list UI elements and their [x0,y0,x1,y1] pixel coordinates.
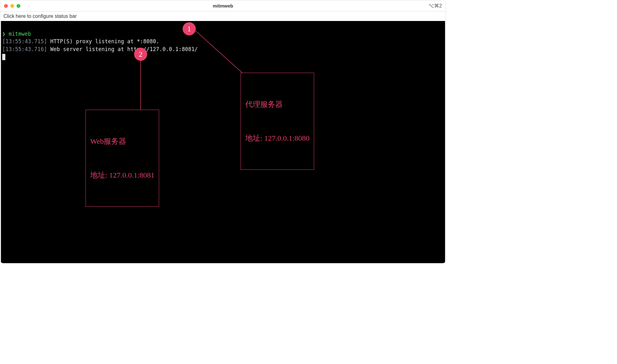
status-bar[interactable]: Click here to configure status bar [0,12,446,21]
annotation-text: 地址: 127.0.0.1:8080 [245,133,309,144]
timestamp: [13:55:43.715] [2,38,47,44]
status-bar-text: Click here to configure status bar [3,13,77,19]
svg-line-0 [195,30,242,73]
minimize-window-button[interactable] [10,4,14,8]
timestamp: [13:55:43.716] [2,46,47,52]
cursor [2,54,5,60]
annotation-lines [1,21,445,263]
annotation-text: Web服务器 [90,136,154,147]
annotation-text: 代理服务器 [245,99,309,110]
close-window-button[interactable] [4,4,8,8]
titlebar: mitmweb ⌥⌘2 [0,0,446,12]
annotation-box-web: Web服务器 地址: 127.0.0.1:8081 [86,110,159,207]
traffic-lights [4,4,20,8]
annotation-text: 地址: 127.0.0.1:8081 [90,169,154,181]
annotation-badge-1: 1 [183,22,196,35]
annotation-badge-2: 2 [134,48,147,61]
prompt-symbol: ❯ [2,31,5,37]
annotation-box-proxy: 代理服务器 地址: 127.0.0.1:8080 [241,73,314,170]
window-title: mitmweb [213,3,233,8]
shortcut-indicator: ⌥⌘2 [428,3,442,9]
zoom-window-button[interactable] [17,4,20,8]
terminal-line: HTTP(S) proxy listening at *:8080. [50,38,159,44]
prompt-command: mitmweb [9,31,31,37]
terminal[interactable]: ❯ mitmweb [13:55:43.715] HTTP(S) proxy l… [1,21,445,263]
terminal-line: Web server listening at http://127.0.0.1… [50,46,198,52]
